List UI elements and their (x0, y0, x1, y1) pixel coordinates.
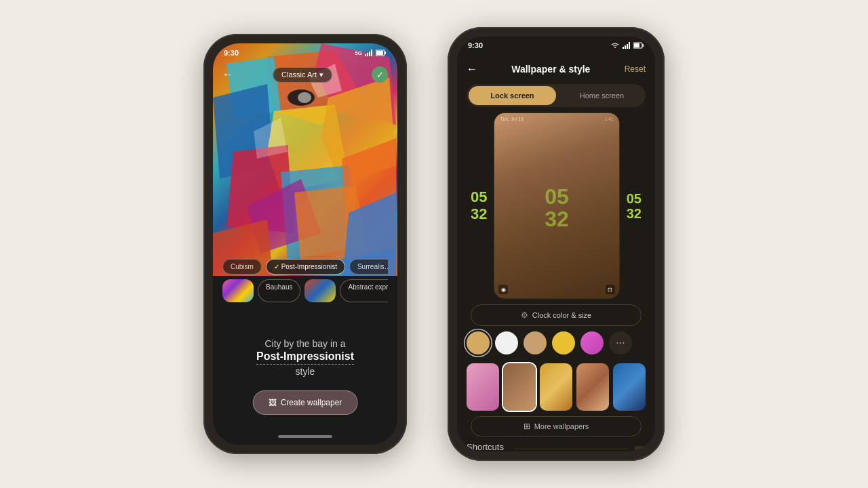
5g-icon: 5G (355, 50, 362, 56)
signal-icon (365, 49, 373, 56)
left-back-button[interactable]: ← (222, 68, 233, 81)
clock-btn-label: Clock color & size (532, 311, 591, 319)
svg-rect-26 (627, 44, 628, 49)
chips-row-1: Cubism ✓ Post-Impressionist Surrealis… (222, 259, 388, 274)
side-clock-left: 05 32 (471, 189, 487, 222)
svg-point-10 (298, 92, 311, 103)
thumb-5-city[interactable] (613, 363, 646, 411)
right-clock-hour: 05 (627, 191, 642, 206)
svg-rect-19 (369, 52, 370, 56)
scroll-arrows: ▲ ▼ (635, 446, 646, 451)
style-selector-area: Cubism ✓ Post-Impressionist Surrealis… B… (213, 253, 397, 312)
right-clock-min: 32 (627, 206, 642, 221)
tab-home-screen[interactable]: Home screen (558, 84, 646, 107)
tab-bar: Lock screen Home screen (467, 84, 646, 107)
right-page-title: Wallpaper & style (511, 64, 590, 75)
right-phone: 9:30 (448, 27, 665, 461)
swatch-pink[interactable] (580, 331, 604, 354)
create-btn-label: Create wallpaper (281, 398, 342, 407)
preview-clock: 05 32 (545, 185, 569, 230)
svg-rect-29 (643, 44, 644, 47)
chip-thumb-bauhaus[interactable] (304, 279, 336, 302)
left-status-bar: 9:30 5G (213, 43, 397, 62)
chip-post-impressionist[interactable]: ✓ Post-Impressionist (266, 259, 345, 274)
side-clock-right: 05 32 (627, 191, 642, 221)
svg-rect-25 (625, 45, 626, 49)
description-area: City by the bay in a Post-Impressionist … (213, 338, 397, 377)
create-wallpaper-button[interactable]: 🖼 Create wallpaper (253, 390, 358, 415)
preview-corners: ◉ ⊡ (498, 285, 614, 294)
shortcuts-label: Shortcuts (467, 442, 504, 451)
preview-corner-right: ⊡ (606, 285, 615, 294)
swatch-golden[interactable] (467, 331, 490, 354)
svg-rect-18 (367, 53, 368, 56)
svg-rect-23 (376, 51, 383, 55)
svg-rect-17 (365, 54, 366, 56)
chip-surrealism[interactable]: Surrealis… (349, 259, 388, 274)
thumb-1-pink[interactable] (467, 363, 499, 411)
svg-rect-24 (623, 47, 624, 49)
clock-color-size-button[interactable]: ⚙ Clock color & size (471, 304, 642, 326)
left-phone-screen: 9:30 5G ← Classic Art (213, 43, 397, 445)
left-status-icons: 5G (355, 49, 387, 56)
battery-icon-right (633, 42, 644, 49)
preview-status-time: Tue, Jul 19 (500, 117, 523, 121)
left-clock-hour: 05 (471, 189, 487, 205)
right-status-time: 9:30 (468, 41, 483, 49)
swatch-tan[interactable] (524, 331, 547, 354)
thumb-3-golden[interactable] (540, 363, 572, 411)
tab-lock-label: Lock screen (490, 92, 534, 100)
chip-bauhaus[interactable]: Bauhaus (258, 279, 300, 302)
left-clock-min: 32 (471, 206, 487, 222)
svg-rect-30 (634, 43, 639, 47)
more-wp-label: More wallpapers (534, 422, 589, 430)
center-preview-phone[interactable]: Tue, Jul 19 1:41 05 32 ◉ ⊡ (494, 113, 619, 299)
more-wp-icon: ⊞ (524, 422, 530, 431)
swatch-yellow[interactable] (552, 331, 575, 354)
preview-clock-min: 32 (545, 208, 569, 231)
desc-end-text: style (226, 366, 384, 377)
desc-top-text: City by the bay in a (226, 338, 384, 349)
svg-rect-22 (385, 52, 387, 54)
gear-icon: ⚙ (521, 310, 528, 320)
more-wallpapers-button[interactable]: ⊞ More wallpapers (471, 416, 642, 436)
tab-lock-screen[interactable]: Lock screen (469, 86, 556, 105)
desc-main-text: Post-Impressionist (256, 350, 354, 365)
more-colors-button[interactable]: ··· (609, 331, 632, 354)
chip-abstract[interactable]: Abstract express… (340, 279, 388, 302)
chips-row-2: Bauhaus Abstract express… (222, 279, 388, 302)
right-top-bar: ← Wallpaper & style Reset (457, 54, 655, 84)
left-header: ← Classic Art ▾ ✓ (213, 62, 397, 87)
color-swatches-row: ··· (467, 331, 646, 354)
right-status-bar: 9:30 (457, 37, 655, 54)
preview-signal-area: 1:41 (604, 117, 614, 121)
wifi-icon (610, 42, 620, 49)
battery-icon-left (376, 49, 387, 56)
home-indicator (278, 435, 332, 438)
reset-button[interactable]: Reset (625, 64, 646, 74)
wallpaper-icon: 🖼 (269, 398, 277, 407)
preview-status-bar: Tue, Jul 19 1:41 (494, 117, 618, 121)
style-pill-label: Classic Art (281, 70, 317, 79)
scroll-up-arrow[interactable]: ▲ (635, 446, 646, 451)
chip-cubism[interactable]: Cubism (222, 259, 262, 274)
chevron-down-icon: ▾ (319, 70, 323, 79)
tab-home-label: Home screen (580, 92, 624, 100)
more-icon: ··· (616, 337, 625, 349)
left-phone: 9:30 5G ← Classic Art (203, 34, 407, 454)
wallpaper-preview-area: 05 32 Tue, Jul 19 1:41 05 32 ◉ (471, 113, 642, 299)
svg-rect-20 (371, 49, 372, 56)
chip-thumb-pop-art[interactable] (222, 279, 254, 302)
svg-rect-27 (629, 42, 630, 49)
right-back-button[interactable]: ← (467, 63, 477, 75)
thumb-2-brown[interactable] (503, 363, 536, 411)
swatch-white[interactable] (495, 331, 518, 354)
thumb-4-desert[interactable] (576, 363, 609, 411)
right-phone-screen: 9:30 (457, 37, 655, 451)
preview-clock-hour: 05 (545, 185, 569, 208)
right-status-icons (610, 42, 644, 49)
shortcuts-divider (515, 449, 628, 449)
left-status-time: 9:30 (224, 49, 239, 57)
style-selector-pill[interactable]: Classic Art ▾ (273, 67, 332, 83)
confirm-button[interactable]: ✓ (372, 66, 388, 83)
